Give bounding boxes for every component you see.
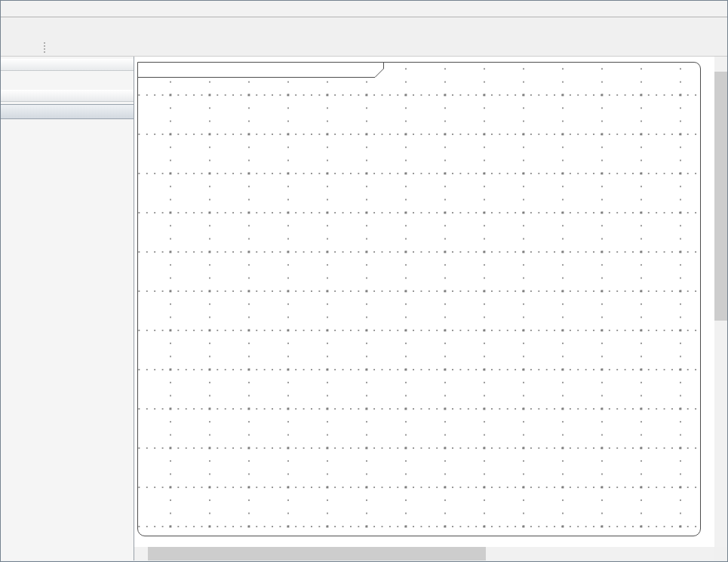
tab-bar xyxy=(1,1,727,17)
main-toolbar xyxy=(1,17,727,40)
frame-header-text xyxy=(137,62,384,77)
palette-scroll-up-button[interactable] xyxy=(1,122,134,133)
secondary-toolbar xyxy=(1,40,727,57)
palette-section-tools[interactable] xyxy=(1,59,134,71)
diagram-frame-header[interactable] xyxy=(137,62,384,78)
palette-section-common[interactable] xyxy=(1,90,134,102)
containment-browser-button[interactable] xyxy=(50,40,66,57)
scroll-down-button[interactable] xyxy=(714,534,727,547)
diagram-frame[interactable] xyxy=(137,62,701,536)
palette-section-activity-diagram[interactable] xyxy=(1,104,134,119)
tab-bar-controls xyxy=(715,1,727,17)
application-window xyxy=(0,0,728,562)
scroll-left-button[interactable] xyxy=(134,547,147,560)
toolbar-drag-handle xyxy=(43,41,46,54)
scrollbar-corner xyxy=(714,547,727,560)
vertical-scrollbar[interactable] xyxy=(714,57,727,547)
horizontal-scrollbar-thumb[interactable] xyxy=(148,547,486,560)
scroll-right-button[interactable] xyxy=(702,547,714,560)
horizontal-scrollbar[interactable] xyxy=(134,547,714,560)
vertical-scrollbar-thumb[interactable] xyxy=(714,72,727,321)
palette-tools-row xyxy=(1,71,134,90)
diagram-canvas[interactable] xyxy=(134,57,714,547)
diagram-palette xyxy=(1,57,134,560)
canvas-area xyxy=(134,57,727,560)
scroll-up-button[interactable] xyxy=(714,57,727,69)
main-content xyxy=(1,57,727,560)
